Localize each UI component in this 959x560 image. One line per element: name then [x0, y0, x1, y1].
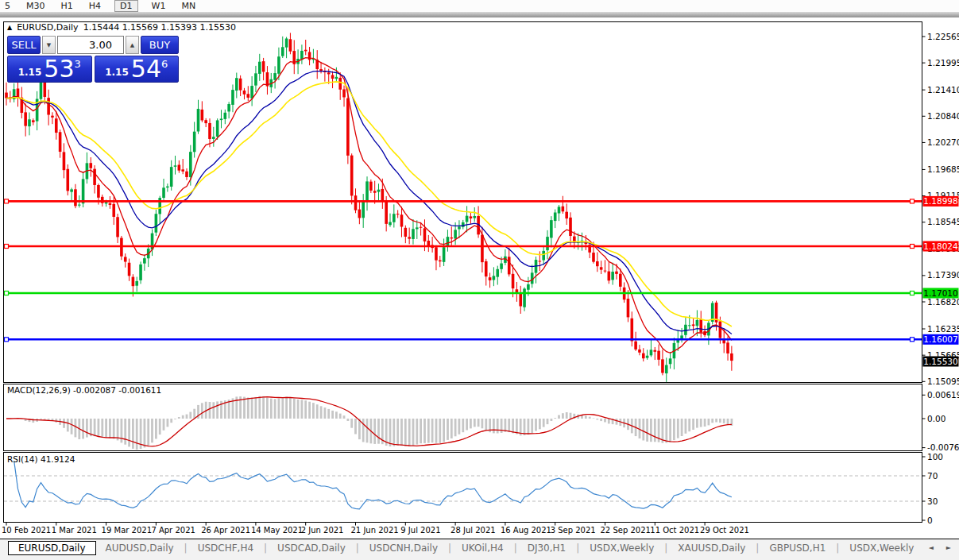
svg-text:1.15530: 1.15530	[923, 357, 957, 366]
timeframe-m30[interactable]: M30	[24, 1, 48, 11]
macd-axis: 0.0061930.00-0.00762	[922, 390, 959, 452]
svg-text:19 Mar 2021: 19 Mar 2021	[102, 526, 152, 535]
svg-text:16 Aug 2021: 16 Aug 2021	[501, 526, 551, 535]
svg-text:26 Apr 2021: 26 Apr 2021	[201, 526, 250, 535]
sell-button[interactable]: SELL	[7, 36, 41, 54]
svg-text:1.21995: 1.21995	[927, 58, 959, 68]
svg-text:14 May 2021: 14 May 2021	[251, 526, 303, 535]
svg-text:1.20270: 1.20270	[927, 137, 959, 147]
svg-text:1.18545: 1.18545	[927, 217, 959, 226]
buy-price-pip: 6	[161, 58, 168, 70]
svg-text:3 Sep 2021: 3 Sep 2021	[551, 526, 596, 535]
price-axis: 1.225651.219951.214101.208401.202701.196…	[922, 32, 959, 386]
buy-price-big: 54	[131, 57, 161, 81]
svg-text:1.17010: 1.17010	[923, 288, 957, 298]
svg-text:7 Apr 2021: 7 Apr 2021	[151, 526, 195, 535]
sell-price-pip: 3	[75, 58, 81, 70]
tab-scroll-left-icon[interactable]: ◄	[929, 544, 934, 551]
timeframe-toolbar: 5M30H1H4D1W1MN	[0, 0, 959, 12]
tab-eurusd-daily[interactable]: EURUSD,Daily	[8, 541, 96, 555]
svg-text:9 Jul 2021: 9 Jul 2021	[400, 526, 440, 535]
svg-text:1.16235: 1.16235	[927, 324, 959, 334]
timeframe-d1[interactable]: D1	[114, 0, 137, 12]
tab-usdx-weekly[interactable]: USDX,Weekly	[840, 542, 923, 554]
chart-ohlc-quotes: 1.15444 1.15569 1.15393 1.15530	[83, 22, 236, 33]
tab-usdcad-daily[interactable]: USDCAD,Daily	[268, 542, 355, 554]
svg-text:2 Jun 2021: 2 Jun 2021	[301, 526, 344, 535]
sell-price-big: 53	[44, 57, 74, 81]
chart-canvas[interactable]: 1.225651.219951.214101.208401.202701.196…	[0, 0, 959, 560]
one-click-trade-panel: SELL ▼ ▲ BUY 1.15 53 3 1.15 54 6	[7, 36, 179, 83]
tab-usdx-weekly[interactable]: USDX,Weekly	[580, 542, 663, 554]
svg-text:10 Feb 2021: 10 Feb 2021	[2, 526, 51, 535]
timeframe-mn[interactable]: MN	[179, 1, 198, 11]
buy-price-box[interactable]: 1.15 54 6	[95, 56, 180, 83]
chart-tab-bar: EURUSD,DailyAUDUSD,Daily|USDCHF,H4|USDCA…	[0, 539, 959, 560]
chart-title-row: ▲ EURUSD,Daily 1.15444 1.15569 1.15393 1…	[7, 22, 236, 33]
svg-text:1.15095: 1.15095	[927, 377, 959, 386]
svg-text:30: 30	[927, 496, 938, 506]
tab-xauusd-daily[interactable]: XAUUSD,Daily	[668, 542, 755, 554]
svg-text:29 Oct 2021: 29 Oct 2021	[700, 526, 749, 535]
buy-button[interactable]: BUY	[141, 36, 179, 54]
svg-text:1.21410: 1.21410	[927, 85, 959, 95]
tab-usdchf-h4[interactable]: USDCHF,H4	[188, 542, 263, 554]
collapse-arrow-icon[interactable]: ▲	[7, 25, 12, 31]
tab-scroll-right-icon[interactable]: ►	[946, 544, 951, 551]
timeframe-h1[interactable]: H1	[59, 1, 75, 11]
volume-decrease-button[interactable]: ▼	[42, 36, 56, 54]
svg-text:1.16007: 1.16007	[923, 334, 957, 344]
sell-price-prefix: 1.15	[18, 67, 42, 78]
buy-price-prefix: 1.15	[105, 67, 129, 78]
svg-text:0.006193: 0.006193	[927, 390, 959, 400]
svg-text:28 Jul 2021: 28 Jul 2021	[450, 526, 496, 535]
chart-symbol-title: EURUSD,Daily	[17, 22, 78, 33]
tab-audusd-daily[interactable]: AUDUSD,Daily	[96, 542, 184, 554]
svg-text:22 Sep 2021: 22 Sep 2021	[601, 526, 651, 535]
svg-text:0.00: 0.00	[927, 414, 945, 423]
svg-text:1.18998: 1.18998	[923, 196, 957, 206]
tab-dj30-h1[interactable]: DJ30,H1	[518, 542, 576, 554]
tab-ukoil-h4[interactable]: UKOil,H4	[452, 542, 513, 554]
svg-text:11 Oct 2021: 11 Oct 2021	[650, 526, 699, 535]
svg-text:0: 0	[927, 516, 933, 525]
toolbar-separator	[0, 12, 959, 17]
svg-text:-0.00762: -0.00762	[927, 442, 959, 452]
macd-label: MACD(12,26,9) -0.002087 -0.001611	[7, 385, 161, 395]
rsi-label: RSI(14) 41.9124	[7, 454, 75, 464]
svg-text:1.17390: 1.17390	[927, 270, 959, 280]
svg-text:1.18024: 1.18024	[923, 241, 958, 251]
volume-increase-button[interactable]: ▲	[126, 36, 139, 54]
svg-text:100: 100	[927, 452, 943, 462]
quote-panel: ▲ EURUSD,Daily 1.15444 1.15569 1.15393 1…	[7, 22, 236, 83]
date-axis: 10 Feb 20211 Mar 202119 Mar 20217 Apr 20…	[2, 523, 749, 535]
svg-text:1 Mar 2021: 1 Mar 2021	[52, 526, 97, 535]
tab-usdcnh-daily[interactable]: USDCNH,Daily	[360, 542, 447, 554]
svg-text:1.20840: 1.20840	[927, 111, 959, 121]
svg-text:1.22565: 1.22565	[927, 32, 959, 41]
sell-price-box[interactable]: 1.15 53 3	[7, 56, 92, 83]
timeframe-h4[interactable]: H4	[87, 1, 103, 11]
svg-text:21 Jun 2021: 21 Jun 2021	[351, 526, 399, 535]
svg-text:1.19685: 1.19685	[927, 164, 959, 174]
timeframe-5[interactable]: 5	[2, 1, 13, 11]
rsi-axis: 10070300	[922, 452, 944, 525]
svg-text:70: 70	[927, 471, 938, 481]
timeframe-w1[interactable]: W1	[149, 1, 168, 11]
tab-gbpusd-h1[interactable]: GBPUSD,H1	[760, 542, 835, 554]
volume-input[interactable]	[57, 36, 124, 54]
